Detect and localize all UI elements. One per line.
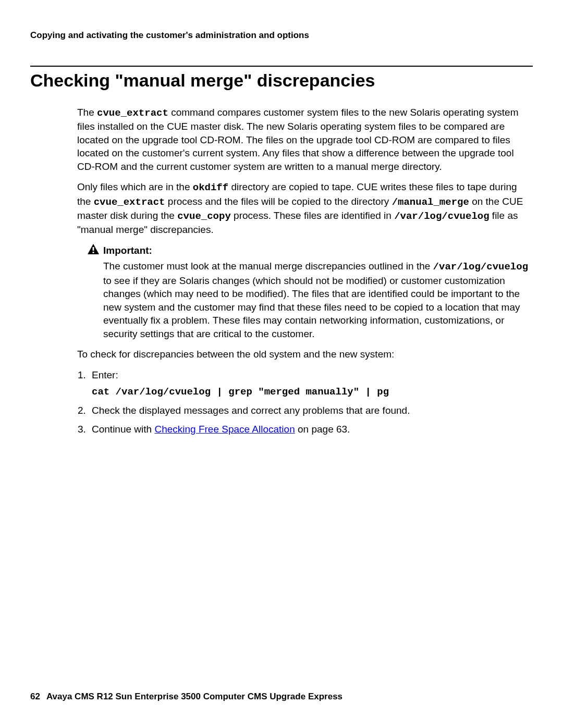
- code-manual-merge: /manual_merge: [392, 196, 469, 208]
- important-block: Important: The customer must look at the…: [103, 244, 533, 340]
- step-3-text-a: Continue with: [92, 424, 154, 435]
- step-3-text-b: on page 63.: [295, 424, 350, 435]
- warning-icon: [88, 244, 99, 257]
- body-content: The cvue_extract command compares custom…: [77, 106, 533, 436]
- code-cvue-copy: cvue_copy: [177, 211, 231, 222]
- step-1-text: Enter:: [92, 369, 118, 380]
- page-footer: 62Avaya CMS R12 Sun Enterprise 3500 Comp…: [30, 692, 342, 702]
- text: process and the files will be copied to …: [165, 196, 392, 207]
- svg-rect-1: [93, 247, 94, 251]
- section-title: Checking "manual merge" discrepancies: [30, 70, 533, 91]
- text: process. These files are identified in: [231, 210, 394, 221]
- code-cvue-extract: cvue_extract: [94, 196, 165, 208]
- section-rule: [30, 66, 533, 67]
- text: Only files which are in the: [77, 181, 193, 192]
- running-header: Copying and activating the customer's ad…: [30, 30, 533, 41]
- text: The customer must look at the manual mer…: [103, 261, 433, 272]
- step-1: Enter: cat /var/log/cvuelog | grep "merg…: [89, 368, 533, 399]
- text: The: [77, 107, 97, 118]
- step-2: Check the displayed messages and correct…: [89, 404, 533, 417]
- important-heading: Important:: [88, 244, 533, 257]
- page-number: 62: [30, 692, 40, 701]
- code-cvue-extract: cvue_extract: [97, 107, 168, 119]
- step-3: Continue with Checking Free Space Alloca…: [89, 423, 533, 436]
- link-checking-free-space[interactable]: Checking Free Space Allocation: [154, 424, 295, 435]
- text: to see if they are Solaris changes (whic…: [103, 275, 520, 339]
- important-text: The customer must look at the manual mer…: [103, 260, 533, 340]
- step-list: Enter: cat /var/log/cvuelog | grep "merg…: [89, 368, 533, 436]
- code-cvuelog-path: /var/log/cvuelog: [394, 211, 489, 222]
- svg-rect-2: [93, 252, 94, 253]
- page: Copying and activating the customer's ad…: [0, 0, 563, 728]
- code-cvuelog-path: /var/log/cvuelog: [433, 261, 528, 273]
- important-label: Important:: [103, 244, 152, 257]
- lead-in: To check for discrepancies between the o…: [77, 348, 533, 361]
- code-okdiff: okdiff: [193, 182, 228, 193]
- paragraph-1: The cvue_extract command compares custom…: [77, 106, 533, 173]
- paragraph-2: Only files which are in the okdiff direc…: [77, 180, 533, 237]
- step-1-command: cat /var/log/cvuelog | grep "merged manu…: [92, 386, 533, 399]
- footer-title: Avaya CMS R12 Sun Enterprise 3500 Comput…: [46, 692, 342, 701]
